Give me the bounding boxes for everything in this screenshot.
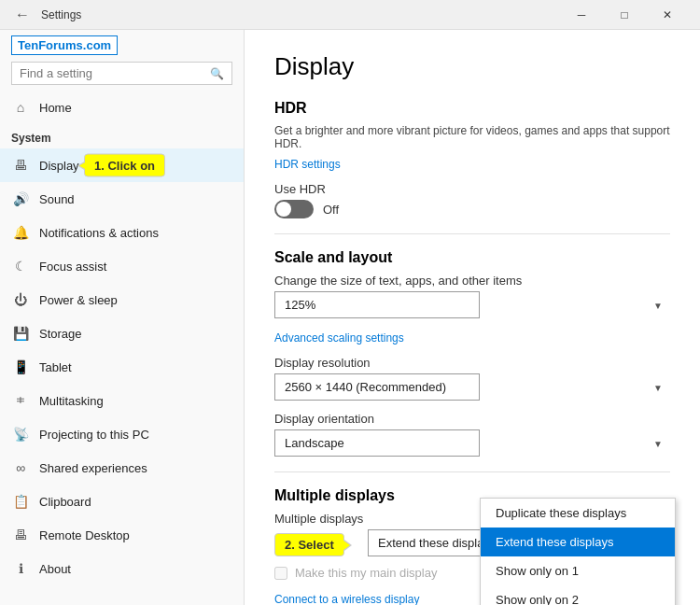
main-layout: TenForums.com 🔍 ⌂ Home System 🖶 Display … — [0, 30, 700, 605]
sidebar-remote-label: Remote Desktop — [39, 528, 130, 542]
sidebar-projecting-label: Projecting to this PC — [39, 428, 149, 442]
callout-select: 2. Select — [274, 533, 344, 556]
content-area: Display HDR Get a brighter and more vibr… — [245, 30, 700, 605]
sidebar-clipboard-label: Clipboard — [39, 495, 91, 509]
search-icon: 🔍 — [210, 67, 224, 80]
wireless-display-link[interactable]: Connect to a wireless display — [274, 593, 419, 605]
resolution-label: Display resolution — [274, 356, 670, 370]
resolution-select-wrap: 2560 × 1440 (Recommended) ▼ — [274, 373, 670, 401]
sidebar-item-projecting[interactable]: 📡 Projecting to this PC — [0, 417, 244, 451]
multiple-displays-dropdown-menu: Duplicate these displays Extend these di… — [480, 498, 676, 605]
orientation-select-wrap: Landscape ▼ — [274, 429, 670, 457]
scale-label: Change the size of text, apps, and other… — [274, 274, 670, 288]
sidebar-item-sound[interactable]: 🔊 Sound — [0, 182, 244, 216]
notifications-icon: 🔔 — [11, 223, 30, 242]
scale-chevron-icon: ▼ — [653, 300, 663, 310]
hdr-settings-link[interactable]: HDR settings — [274, 158, 341, 171]
main-display-checkbox[interactable] — [274, 567, 287, 580]
hdr-toggle-state: Off — [323, 203, 339, 217]
callout-click-on: 1. Click on — [84, 154, 165, 177]
search-input[interactable] — [20, 66, 210, 80]
resolution-chevron-icon: ▼ — [653, 382, 663, 392]
sidebar-storage-label: Storage — [39, 327, 82, 341]
sidebar-item-tablet[interactable]: 📱 Tablet — [0, 350, 244, 384]
sidebar-multitasking-label: Multitasking — [39, 394, 104, 408]
multitasking-icon: ⧧ — [11, 391, 30, 410]
titlebar-title: Settings — [41, 8, 560, 21]
hdr-section: HDR Get a brighter and more vibrant pict… — [274, 100, 670, 218]
sidebar-focus-label: Focus assist — [39, 260, 106, 274]
maximize-button[interactable]: □ — [603, 0, 646, 30]
titlebar-controls: ─ □ ✕ — [560, 0, 689, 30]
orientation-label: Display orientation — [274, 412, 670, 426]
sidebar-item-about[interactable]: ℹ About — [0, 552, 244, 585]
sidebar-item-focus[interactable]: ☾ Focus assist — [0, 249, 244, 283]
dropdown-item-duplicate[interactable]: Duplicate these displays — [481, 499, 675, 528]
sidebar-power-label: Power & sleep — [39, 293, 118, 307]
page-title: Display — [274, 52, 670, 81]
divider-2 — [274, 471, 670, 472]
dropdown-item-extend[interactable]: Extend these displays — [481, 528, 675, 556]
resolution-select[interactable]: 2560 × 1440 (Recommended) — [274, 373, 480, 401]
tablet-icon: 📱 — [11, 358, 30, 376]
sidebar-item-shared[interactable]: ∞ Shared experiences — [0, 451, 244, 485]
hdr-description: Get a brighter and more vibrant picture … — [274, 124, 670, 150]
main-display-label: Make this my main display — [295, 566, 437, 580]
sidebar-shared-label: Shared experiences — [39, 461, 147, 475]
advanced-scaling-link[interactable]: Advanced scaling settings — [274, 331, 404, 345]
sidebar-item-remote[interactable]: 🖶 Remote Desktop — [0, 518, 244, 552]
search-box[interactable]: 🔍 — [11, 62, 232, 85]
home-icon: ⌂ — [11, 98, 30, 117]
sidebar-item-home[interactable]: ⌂ Home — [0, 91, 244, 124]
about-icon: ℹ — [11, 559, 30, 578]
scale-section: Scale and layout Change the size of text… — [274, 249, 670, 457]
scale-select-wrap: 125% ▼ — [274, 291, 670, 318]
scale-title: Scale and layout — [274, 249, 670, 266]
back-button[interactable]: ← — [11, 4, 34, 26]
clipboard-icon: 📋 — [11, 492, 30, 511]
sidebar-sound-label: Sound — [39, 192, 75, 206]
sidebar-item-power[interactable]: ⏻ Power & sleep — [0, 283, 244, 317]
sidebar: TenForums.com 🔍 ⌂ Home System 🖶 Display … — [0, 30, 245, 605]
sidebar-item-display[interactable]: 🖶 Display 1. Click on — [0, 148, 244, 182]
sidebar-notifications-label: Notifications & actions — [39, 226, 159, 240]
sidebar-about-label: About — [39, 562, 71, 576]
sidebar-item-label: Home — [39, 101, 72, 115]
multiple-displays-row: 2. Select Extend these displays ▼ Duplic… — [274, 529, 670, 556]
logo-text: TenForums.com — [11, 35, 118, 55]
power-icon: ⏻ — [11, 290, 30, 309]
sidebar-tablet-label: Tablet — [39, 360, 72, 374]
storage-icon: 💾 — [11, 324, 30, 343]
hdr-toggle[interactable] — [274, 200, 314, 218]
focus-icon: ☾ — [11, 257, 30, 275]
remote-icon: 🖶 — [11, 526, 30, 544]
dropdown-item-show1[interactable]: Show only on 1 — [481, 556, 675, 585]
close-button[interactable]: ✕ — [646, 0, 689, 30]
sidebar-display-label: Display — [39, 159, 79, 173]
multiple-displays-section: Multiple displays Multiple displays 2. S… — [274, 487, 670, 605]
orientation-select[interactable]: Landscape — [274, 429, 480, 457]
system-section-label: System — [0, 124, 244, 148]
sidebar-item-clipboard[interactable]: 📋 Clipboard — [0, 485, 244, 518]
sidebar-item-multitasking[interactable]: ⧧ Multitasking — [0, 384, 244, 417]
divider-1 — [274, 233, 670, 234]
sidebar-item-storage[interactable]: 💾 Storage — [0, 317, 244, 350]
hdr-toggle-row: Off — [274, 200, 670, 218]
sound-icon: 🔊 — [11, 190, 30, 208]
dropdown-area: Extend these displays ▼ Duplicate these … — [368, 529, 573, 556]
shared-icon: ∞ — [11, 458, 30, 477]
titlebar: ← Settings ─ □ ✕ — [0, 0, 700, 30]
orientation-chevron-icon: ▼ — [653, 438, 663, 448]
minimize-button[interactable]: ─ — [560, 0, 603, 30]
dropdown-item-show2[interactable]: Show only on 2 — [481, 585, 675, 605]
scale-select[interactable]: 125% — [274, 291, 480, 318]
sidebar-item-notifications[interactable]: 🔔 Notifications & actions — [0, 216, 244, 249]
projecting-icon: 📡 — [11, 425, 30, 443]
use-hdr-label: Use HDR — [274, 182, 670, 196]
display-icon: 🖶 — [11, 156, 30, 175]
hdr-title: HDR — [274, 100, 670, 117]
site-logo: TenForums.com — [0, 30, 244, 56]
